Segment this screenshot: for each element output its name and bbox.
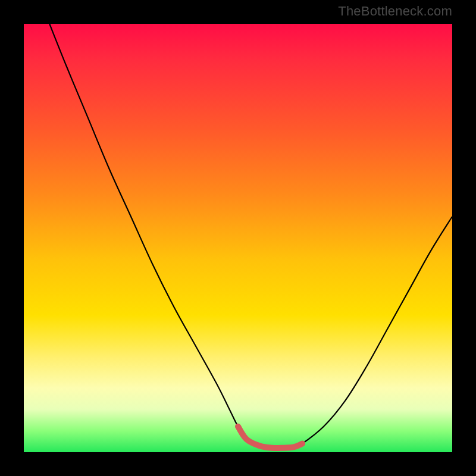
plot-area xyxy=(24,24,452,452)
watermark-text: TheBottleneck.com xyxy=(338,4,452,19)
curve-highlight xyxy=(238,427,302,448)
curve-path xyxy=(49,24,452,448)
chart-frame: TheBottleneck.com xyxy=(0,0,476,476)
curve-svg xyxy=(24,24,452,452)
